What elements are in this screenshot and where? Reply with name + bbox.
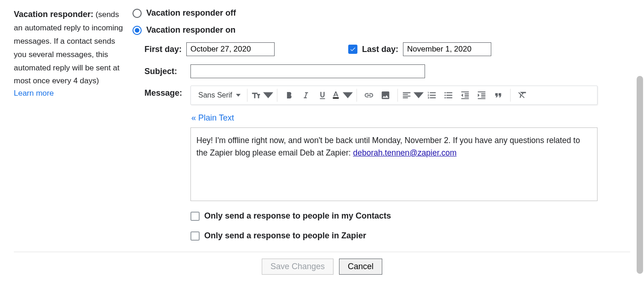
- insert-image-button[interactable]: [377, 87, 394, 104]
- ordered-list-icon: [427, 90, 437, 100]
- numbered-list-button[interactable]: [424, 87, 440, 104]
- vertical-scrollbar-thumb[interactable]: [637, 76, 643, 274]
- align-left-icon: [402, 90, 412, 100]
- footer-actions: Save Changes Cancel: [14, 252, 630, 275]
- org-only-row[interactable]: Only send a response to people in Zapier: [190, 231, 612, 241]
- insert-link-button[interactable]: [361, 87, 377, 104]
- font-family-select[interactable]: Sans Serif: [196, 91, 243, 99]
- italic-icon: [301, 90, 311, 100]
- subject-label: Subject:: [144, 67, 190, 76]
- cancel-button[interactable]: Cancel: [339, 259, 382, 275]
- bulleted-list-button[interactable]: [440, 87, 457, 104]
- bullet-list-icon: [443, 90, 454, 100]
- section-description: Vacation responder: (sends an automated …: [14, 8, 132, 251]
- indent-decrease-icon: [460, 90, 470, 100]
- contacts-only-label: Only send a response to people in my Con…: [204, 211, 391, 221]
- chevron-down-icon: [263, 90, 273, 100]
- text-color-button[interactable]: [331, 87, 353, 104]
- chevron-down-icon: [236, 94, 241, 97]
- org-only-label: Only send a response to people in Zapier: [204, 231, 366, 241]
- last-day-label: Last day:: [362, 45, 398, 54]
- first-day-group: First day:: [144, 42, 348, 56]
- contacts-only-checkbox[interactable]: [190, 212, 200, 221]
- indent-increase-icon: [477, 90, 487, 100]
- settings-form: Vacation responder off Vacation responde…: [132, 8, 630, 251]
- underline-button[interactable]: [314, 87, 331, 104]
- font-size-button[interactable]: [251, 87, 273, 104]
- message-label: Message:: [144, 86, 190, 201]
- last-day-input[interactable]: [403, 42, 491, 56]
- learn-more-link[interactable]: Learn more: [14, 89, 54, 98]
- section-title: Vacation responder:: [14, 10, 93, 19]
- clear-format-button[interactable]: [514, 87, 531, 104]
- radio-on-icon[interactable]: [132, 26, 142, 35]
- quote-icon: [493, 90, 503, 100]
- responder-off-row[interactable]: Vacation responder off: [132, 8, 612, 18]
- check-icon: [350, 46, 356, 52]
- quote-button[interactable]: [490, 87, 506, 104]
- last-day-group: Last day:: [348, 42, 491, 56]
- first-day-label: First day:: [144, 45, 182, 54]
- chevron-down-icon: [414, 90, 424, 100]
- last-day-checkbox[interactable]: [348, 45, 357, 54]
- link-icon: [364, 90, 374, 100]
- message-editor[interactable]: Hey! I'm offline right now, and won't be…: [190, 127, 598, 201]
- indent-more-button[interactable]: [473, 87, 490, 104]
- bold-icon: [284, 90, 294, 100]
- org-only-checkbox[interactable]: [190, 231, 200, 241]
- bold-button[interactable]: [281, 87, 298, 104]
- align-button[interactable]: [402, 87, 424, 104]
- responder-on-row[interactable]: Vacation responder on: [132, 25, 612, 35]
- section-desc-text: (sends an automated reply to incoming me…: [14, 10, 123, 85]
- subject-input[interactable]: [190, 64, 425, 78]
- radio-off-label: Vacation responder off: [146, 8, 236, 18]
- image-icon: [380, 90, 391, 100]
- indent-less-button[interactable]: [457, 87, 473, 104]
- text-size-icon: [251, 90, 261, 100]
- contacts-only-row[interactable]: Only send a response to people in my Con…: [190, 211, 612, 221]
- plain-text-toggle[interactable]: « Plain Text: [190, 105, 598, 127]
- message-email-link[interactable]: deborah.tennen@zapier.com: [353, 148, 456, 157]
- radio-on-label: Vacation responder on: [146, 25, 236, 35]
- editor-toolbar: Sans Serif: [190, 86, 598, 105]
- chevron-down-icon: [343, 90, 353, 100]
- font-family-label: Sans Serif: [198, 91, 232, 99]
- radio-off-icon[interactable]: [132, 9, 142, 18]
- svg-rect-0: [333, 98, 339, 99]
- underline-icon: [317, 90, 328, 100]
- italic-button[interactable]: [298, 87, 314, 104]
- first-day-input[interactable]: [186, 42, 275, 56]
- text-color-icon: [331, 90, 341, 100]
- save-button[interactable]: Save Changes: [262, 259, 334, 275]
- clear-format-icon: [518, 90, 528, 100]
